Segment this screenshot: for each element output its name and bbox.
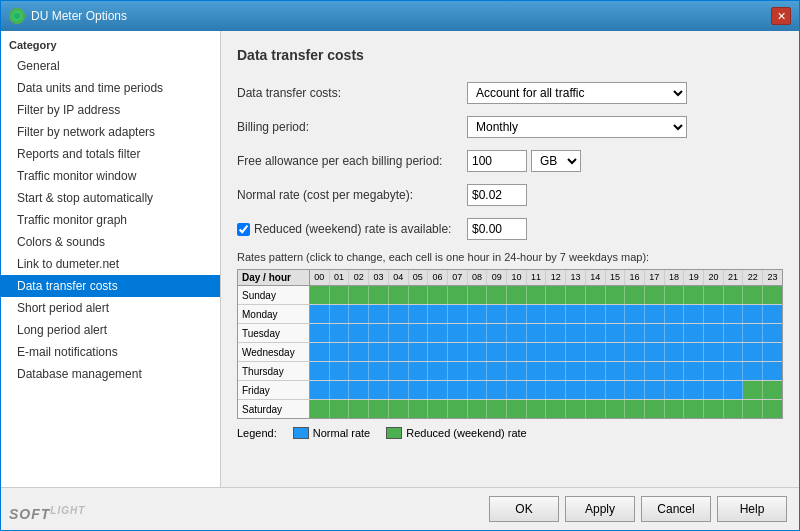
rate-cell[interactable] — [743, 343, 763, 361]
rate-cell[interactable] — [684, 305, 704, 323]
rate-cell[interactable] — [625, 286, 645, 304]
rate-cell[interactable] — [468, 305, 488, 323]
rate-cell[interactable] — [507, 400, 527, 418]
rate-cell[interactable] — [409, 324, 429, 342]
rate-cell[interactable] — [625, 381, 645, 399]
ok-button[interactable]: OK — [489, 496, 559, 522]
select-traffic-type[interactable]: Account for all traffic Outgoing traffic… — [467, 82, 687, 104]
rate-cell[interactable] — [704, 324, 724, 342]
rate-cell[interactable] — [389, 400, 409, 418]
rate-cell[interactable] — [684, 400, 704, 418]
rate-cell[interactable] — [665, 400, 685, 418]
sidebar-item[interactable]: Start & stop automatically — [1, 187, 220, 209]
rate-cell[interactable] — [369, 400, 389, 418]
rate-cell[interactable] — [724, 286, 744, 304]
rate-cell[interactable] — [724, 362, 744, 380]
rate-cell[interactable] — [527, 381, 547, 399]
rate-cell[interactable] — [586, 305, 606, 323]
rate-cell[interactable] — [763, 381, 782, 399]
rate-cell[interactable] — [310, 324, 330, 342]
rate-cell[interactable] — [389, 381, 409, 399]
rate-cell[interactable] — [704, 400, 724, 418]
rate-cell[interactable] — [625, 324, 645, 342]
rate-cell[interactable] — [369, 381, 389, 399]
rate-cell[interactable] — [527, 400, 547, 418]
rate-cell[interactable] — [606, 324, 626, 342]
select-unit[interactable]: GB MB KB — [531, 150, 581, 172]
rate-cell[interactable] — [704, 381, 724, 399]
rate-cell[interactable] — [310, 362, 330, 380]
close-button[interactable]: ✕ — [771, 7, 791, 25]
rate-cell[interactable] — [743, 381, 763, 399]
rate-cell[interactable] — [606, 343, 626, 361]
rate-cell[interactable] — [487, 305, 507, 323]
rate-cell[interactable] — [507, 343, 527, 361]
rate-cell[interactable] — [409, 362, 429, 380]
sidebar-item[interactable]: Data units and time periods — [1, 77, 220, 99]
rate-cell[interactable] — [330, 324, 350, 342]
rate-cell[interactable] — [330, 305, 350, 323]
rate-cell[interactable] — [310, 343, 330, 361]
rate-cell[interactable] — [468, 362, 488, 380]
rate-cell[interactable] — [566, 286, 586, 304]
rate-cell[interactable] — [665, 305, 685, 323]
rate-cell[interactable] — [645, 400, 665, 418]
rate-cell[interactable] — [468, 400, 488, 418]
rate-cell[interactable] — [684, 362, 704, 380]
rate-cell[interactable] — [704, 286, 724, 304]
rate-cell[interactable] — [763, 324, 782, 342]
rate-cell[interactable] — [527, 305, 547, 323]
rate-cell[interactable] — [369, 362, 389, 380]
rate-cell[interactable] — [409, 400, 429, 418]
checkbox-reduced-rate[interactable] — [237, 223, 250, 236]
rate-cell[interactable] — [349, 362, 369, 380]
rate-cell[interactable] — [586, 400, 606, 418]
rate-cell[interactable] — [665, 286, 685, 304]
rate-cell[interactable] — [409, 286, 429, 304]
rate-cell[interactable] — [763, 305, 782, 323]
rate-cell[interactable] — [389, 324, 409, 342]
rate-cell[interactable] — [625, 305, 645, 323]
rate-cell[interactable] — [349, 343, 369, 361]
sidebar-item[interactable]: Colors & sounds — [1, 231, 220, 253]
rate-cell[interactable] — [704, 343, 724, 361]
rate-cell[interactable] — [507, 305, 527, 323]
rate-cell[interactable] — [724, 400, 744, 418]
sidebar-item[interactable]: Traffic monitor window — [1, 165, 220, 187]
rate-cell[interactable] — [527, 324, 547, 342]
sidebar-item[interactable]: Data transfer costs — [1, 275, 220, 297]
rate-cell[interactable] — [428, 362, 448, 380]
rate-cell[interactable] — [507, 362, 527, 380]
sidebar-item[interactable]: Traffic monitor graph — [1, 209, 220, 231]
rate-cell[interactable] — [684, 343, 704, 361]
rate-cell[interactable] — [546, 400, 566, 418]
rate-cell[interactable] — [606, 362, 626, 380]
rate-cell[interactable] — [409, 343, 429, 361]
sidebar-item[interactable]: Database management — [1, 363, 220, 385]
sidebar-item[interactable]: General — [1, 55, 220, 77]
rate-cell[interactable] — [487, 400, 507, 418]
apply-button[interactable]: Apply — [565, 496, 635, 522]
rate-cell[interactable] — [724, 343, 744, 361]
rate-cell[interactable] — [330, 286, 350, 304]
rate-cell[interactable] — [507, 286, 527, 304]
rate-cell[interactable] — [448, 362, 468, 380]
rate-cell[interactable] — [665, 381, 685, 399]
sidebar-item[interactable]: Filter by IP address — [1, 99, 220, 121]
rate-cell[interactable] — [586, 343, 606, 361]
rate-cell[interactable] — [586, 362, 606, 380]
rate-cell[interactable] — [468, 381, 488, 399]
rate-cell[interactable] — [487, 324, 507, 342]
rate-cell[interactable] — [645, 362, 665, 380]
rate-cell[interactable] — [349, 324, 369, 342]
rate-cell[interactable] — [763, 343, 782, 361]
rate-cell[interactable] — [763, 286, 782, 304]
cancel-button[interactable]: Cancel — [641, 496, 711, 522]
rate-cell[interactable] — [586, 324, 606, 342]
rate-cell[interactable] — [606, 305, 626, 323]
rate-cell[interactable] — [428, 400, 448, 418]
rate-cell[interactable] — [625, 400, 645, 418]
rate-cell[interactable] — [428, 324, 448, 342]
rate-cell[interactable] — [606, 400, 626, 418]
rate-cell[interactable] — [409, 381, 429, 399]
